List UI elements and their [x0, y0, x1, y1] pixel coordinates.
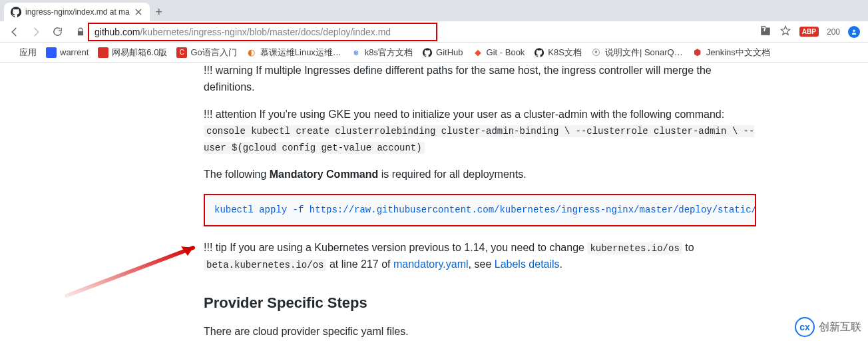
- bookmark-label: k8s官方文档: [365, 47, 413, 59]
- text-fragment: !!! tip If you are using a Kubernetes ve…: [204, 242, 587, 253]
- lock-icon[interactable]: [76, 27, 85, 37]
- sonar-icon: ⦿: [591, 47, 602, 58]
- tip-paragraph: !!! tip If you are using a Kubernetes ve…: [204, 240, 756, 273]
- back-button[interactable]: [5, 23, 24, 41]
- url-text: github.com/kubernetes/ingress-nginx/blob…: [95, 27, 391, 37]
- text-fragment: !!! attention If you're using GKE you ne…: [204, 109, 724, 120]
- code-inline: kubernetes.io/os: [587, 242, 682, 254]
- bookmark-k8sdoc[interactable]: K8S文档: [534, 47, 582, 59]
- bookmark-linux[interactable]: ◐ 慕课运维Linux运维…: [246, 47, 341, 59]
- url-host: github.com: [95, 27, 140, 37]
- browser-tab[interactable]: ingress-nginx/index.md at ma: [4, 3, 150, 21]
- apps-icon: [5, 47, 16, 58]
- bookmark-warrent[interactable]: warrent: [46, 47, 89, 58]
- close-icon[interactable]: [134, 7, 143, 17]
- bookmark-go[interactable]: C Go语言入门: [176, 47, 236, 59]
- bookmark-github[interactable]: GitHub: [422, 47, 463, 58]
- bookmark-k8s[interactable]: ⎈ k8s官方文档: [351, 47, 413, 59]
- bookmark-jenkins[interactable]: ⬢ Jenkins中文文档: [692, 47, 770, 59]
- bookmark-label: K8S文档: [548, 47, 582, 59]
- bookmark-sonar[interactable]: ⦿ 说明文件| SonarQ…: [591, 47, 683, 59]
- git-icon: ◆: [473, 47, 483, 58]
- warning-paragraph: !!! warning If multiple Ingresses define…: [204, 63, 756, 96]
- watermark-logo-icon: cx: [795, 317, 815, 337]
- bookmark-label: 慕课运维Linux运维…: [260, 47, 341, 59]
- bookmark-icon: C: [176, 47, 187, 58]
- watermark: cx 创新互联: [795, 317, 861, 337]
- attention-paragraph: !!! attention If you're using GKE you ne…: [204, 107, 756, 156]
- github-icon: [534, 47, 544, 58]
- text-fragment: at line 217 of: [326, 258, 393, 270]
- readme-content: !!! warning If multiple Ingresses define…: [204, 63, 756, 341]
- kubernetes-icon: ⎈: [351, 47, 361, 58]
- reload-button[interactable]: [48, 23, 67, 41]
- watermark-text: 创新互联: [819, 320, 861, 334]
- mandatory-command-box[interactable]: kubectl apply -f https://raw.githubuserc…: [204, 194, 756, 227]
- translate-icon[interactable]: [760, 25, 771, 39]
- jenkins-icon: ⬢: [692, 47, 703, 58]
- apps-button[interactable]: 应用: [5, 47, 37, 59]
- bookmark-label: 网易邮箱6.0版: [112, 47, 167, 59]
- page-viewport: !!! warning If multiple Ingresses define…: [0, 63, 868, 341]
- bookmark-icon: ◐: [246, 47, 257, 58]
- text-fragment: to: [682, 242, 694, 253]
- bookmark-label: Jenkins中文文档: [706, 47, 770, 59]
- address-bar[interactable]: github.com/kubernetes/ingress-nginx/blob…: [88, 23, 437, 41]
- text-fragment: , see: [469, 258, 495, 270]
- code-inline: beta.kubernetes.io/os: [204, 259, 326, 271]
- text-bold: Mandatory Command: [270, 169, 379, 180]
- abp-badge[interactable]: ABP: [799, 27, 819, 37]
- new-tab-button[interactable]: +: [150, 3, 168, 21]
- bookmark-gitbook[interactable]: ◆ Git - Book: [473, 47, 525, 58]
- text-fragment: .: [560, 258, 562, 270]
- forward-button[interactable]: [27, 23, 45, 41]
- bookmark-label: warrent: [60, 47, 89, 57]
- ext-count: 200: [827, 27, 840, 37]
- bookmark-label: Go语言入门: [190, 47, 236, 59]
- tab-strip: ingress-nginx/index.md at ma +: [0, 0, 868, 21]
- bookmark-label: GitHub: [436, 47, 463, 57]
- bookmark-163[interactable]: 网易邮箱6.0版: [98, 47, 167, 59]
- profile-avatar[interactable]: [848, 26, 860, 38]
- bookmarks-bar: 应用 warrent 网易邮箱6.0版 C Go语言入门 ◐ 慕课运维Linux…: [0, 43, 868, 63]
- provider-paragraph: There are cloud provider specific yaml f…: [204, 324, 756, 340]
- bookmark-label: 说明文件| SonarQ…: [605, 47, 683, 59]
- mandatory-intro: The following Mandatory Command is requi…: [204, 167, 756, 183]
- toolbar-right: ABP 200: [760, 25, 863, 39]
- bookmark-label: Git - Book: [487, 47, 525, 57]
- link-mandatory-yaml[interactable]: mandatory.yaml: [393, 258, 469, 270]
- url-path: /kubernetes/ingress-nginx/blob/master/do…: [140, 27, 391, 37]
- tab-title: ingress-nginx/index.md at ma: [25, 7, 130, 17]
- link-labels-details[interactable]: Labels details: [495, 258, 560, 270]
- bookmark-icon: [98, 47, 108, 58]
- star-icon[interactable]: [779, 25, 791, 39]
- code-inline: console kubectl create clusterrolebindin…: [204, 125, 754, 154]
- text-fragment: The following: [204, 169, 270, 180]
- github-icon: [422, 47, 433, 58]
- browser-toolbar: github.com/kubernetes/ingress-nginx/blob…: [0, 21, 868, 43]
- github-icon: [11, 7, 21, 17]
- annotation-arrow: [60, 229, 213, 302]
- heading-provider-steps: Provider Specific Steps: [204, 292, 756, 314]
- bookmark-icon: [46, 47, 57, 58]
- apps-label: 应用: [19, 47, 37, 59]
- text-fragment: is required for all deployments.: [378, 169, 526, 180]
